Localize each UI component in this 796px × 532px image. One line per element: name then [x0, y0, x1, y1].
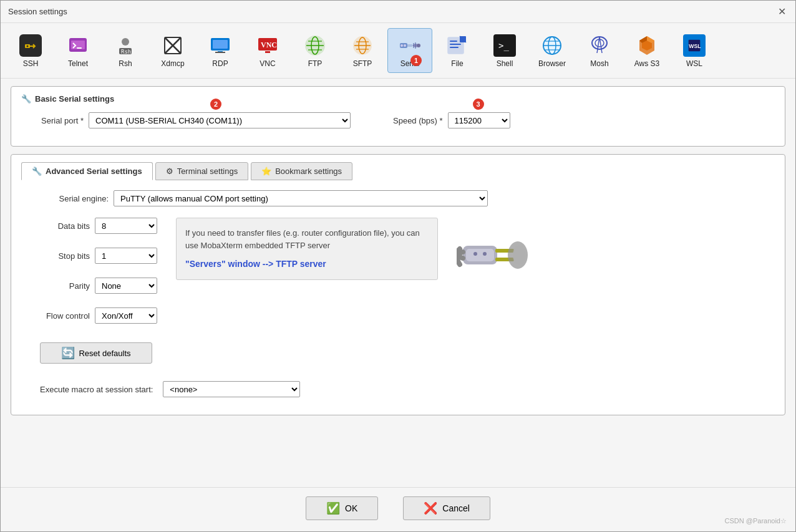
shell-label: Shell: [497, 59, 513, 68]
toolbar-item-serial[interactable]: Serial 1: [387, 28, 432, 73]
toolbar-item-rsh[interactable]: Rsh Rsh: [103, 28, 148, 73]
svg-rect-36: [450, 41, 457, 42]
file-label: File: [451, 59, 463, 68]
toolbar-item-awss3[interactable]: Aws S3: [624, 28, 669, 73]
browser-label: Browser: [538, 59, 566, 68]
tab-advanced-serial[interactable]: 🔧 Advanced Serial settings: [21, 162, 153, 180]
serial-port-row: Serial port * COM11 (USB-SERIAL CH340 (C…: [21, 112, 775, 128]
svg-point-31: [404, 44, 406, 47]
awss3-icon: [636, 34, 658, 57]
dialog-title: Session settings: [8, 7, 67, 16]
ssh-label: SSH: [23, 59, 39, 68]
toolbar-item-rdp[interactable]: RDP: [198, 28, 243, 73]
session-settings-dialog: Session settings ✕ SSH Telnet Rsh Rsh: [0, 0, 796, 532]
ssh-icon: [19, 34, 42, 57]
serial-plug-illustration: [457, 218, 531, 293]
rsh-icon: Rsh: [114, 34, 137, 57]
vnc-label: VNC: [260, 59, 275, 68]
svg-point-5: [122, 38, 129, 46]
cancel-button[interactable]: ❌ Cancel: [403, 496, 490, 520]
ok-icon: ✅: [326, 501, 340, 515]
svg-rect-37: [450, 44, 461, 45]
advanced-form-body: Data bits 8765 Stop bits 11.52 Parity: [40, 218, 775, 371]
speed-select[interactable]: 115200 9600 57600 230400: [448, 112, 510, 128]
toolbar-item-file[interactable]: File: [435, 28, 480, 73]
svg-rect-12: [213, 40, 228, 49]
svg-point-62: [513, 245, 525, 265]
title-bar: Session settings ✕: [1, 1, 795, 23]
tab-bookmark[interactable]: ⭐ Bookmark settings: [251, 162, 352, 180]
svg-point-63: [473, 252, 477, 256]
stop-bits-row: Stop bits 11.52: [40, 248, 157, 264]
badge-2: 2: [210, 99, 221, 110]
data-bits-select[interactable]: 8765: [95, 218, 157, 234]
advanced-right-column: If you need to transfer files (e.g. rout…: [176, 218, 775, 371]
reset-row: 🔄 Reset defaults: [40, 342, 157, 364]
tab-bar: 🔧 Advanced Serial settings ⚙ Terminal se…: [21, 162, 775, 180]
flow-control-row: Flow control Xon/XoffNoneRTS/CTSDSR/DTR: [40, 307, 157, 324]
toolbar-item-mosh[interactable]: Mosh: [577, 28, 622, 73]
tftp-link[interactable]: "Servers" window --> TFTP server: [185, 258, 429, 271]
parity-label: Parity: [40, 281, 90, 291]
bookmark-tab-icon: ⭐: [261, 167, 271, 176]
watermark: CSDN @Paranoid☆: [725, 517, 787, 525]
ftp-icon: [304, 34, 326, 57]
footer-bar: ✅ OK ❌ Cancel: [1, 487, 795, 531]
toolbar-item-sftp[interactable]: SFTP: [340, 28, 385, 73]
xdmcp-icon: [162, 34, 184, 57]
sftp-icon: [351, 34, 374, 57]
awss3-label: Aws S3: [634, 59, 659, 68]
shell-icon: >_: [493, 34, 516, 57]
ftp-label: FTP: [308, 59, 323, 68]
icon-toolbar: SSH Telnet Rsh Rsh Xdmcp: [1, 23, 795, 79]
wsl-label: WSL: [686, 59, 702, 68]
toolbar-item-shell[interactable]: >_ Shell: [482, 28, 527, 73]
cancel-icon: ❌: [424, 501, 437, 515]
engine-select[interactable]: PuTTY (allows manual COM port setting): [114, 190, 488, 206]
stop-bits-select[interactable]: 11.52: [95, 248, 157, 264]
toolbar-item-vnc[interactable]: VNC VNC: [245, 28, 290, 73]
toolbar-item-xdmcp[interactable]: Xdmcp: [150, 28, 195, 73]
toolbar-item-ssh[interactable]: SSH: [8, 28, 53, 73]
vnc-icon: VNC: [256, 34, 279, 57]
parity-select[interactable]: NoneOddEvenMarkSpace: [95, 278, 157, 294]
svg-text:WSL: WSL: [689, 43, 701, 49]
svg-point-30: [400, 44, 403, 47]
serial-port-select[interactable]: COM11 (USB-SERIAL CH340 (COM11)): [89, 112, 351, 128]
badge-3: 3: [473, 99, 484, 110]
file-icon: [446, 34, 468, 57]
rdp-label: RDP: [212, 59, 228, 68]
rdp-icon: [209, 34, 231, 57]
toolbar-item-wsl[interactable]: WSL WSL: [672, 28, 717, 73]
svg-text:>_: >_: [498, 41, 509, 51]
svg-rect-58: [466, 249, 494, 261]
svg-rect-29: [407, 44, 412, 47]
macro-select[interactable]: <none>: [163, 381, 300, 397]
svg-point-1: [27, 46, 29, 47]
flow-control-select[interactable]: Xon/XoffNoneRTS/CTSDSR/DTR: [95, 307, 157, 324]
svg-text:Rsh: Rsh: [121, 49, 131, 55]
tab-terminal[interactable]: ⚙ Terminal settings: [155, 162, 249, 180]
svg-rect-4: [77, 47, 82, 49]
serial-port-label: Serial port *: [21, 116, 84, 125]
xdmcp-label: Xdmcp: [161, 59, 184, 68]
basic-serial-title: 🔧 Basic Serial settings: [21, 94, 775, 104]
advanced-right-inner: If you need to transfer files (e.g. rout…: [176, 218, 531, 293]
reset-icon: 🔄: [61, 346, 75, 360]
serial-badge: 1: [410, 55, 422, 66]
speed-label: Speed (bps) *: [393, 116, 443, 125]
close-button[interactable]: ✕: [775, 6, 788, 18]
toolbar-item-ftp[interactable]: FTP: [293, 28, 337, 73]
telnet-icon: [67, 34, 89, 57]
reset-defaults-button[interactable]: 🔄 Reset defaults: [40, 342, 152, 364]
engine-row: Serial engine: PuTTY (allows manual COM …: [40, 190, 775, 206]
toolbar-item-telnet[interactable]: Telnet: [56, 28, 100, 73]
parity-row: Parity NoneOddEvenMarkSpace: [40, 278, 157, 294]
serial-icon: [399, 34, 421, 57]
advanced-left-column: Data bits 8765 Stop bits 11.52 Parity: [40, 218, 157, 371]
main-content: 🔧 Basic Serial settings Serial port * CO…: [1, 79, 795, 487]
toolbar-item-browser[interactable]: Browser: [530, 28, 575, 73]
flow-control-label: Flow control: [40, 311, 90, 321]
ok-button[interactable]: ✅ OK: [306, 496, 378, 520]
advanced-serial-panel: 🔧 Advanced Serial settings ⚙ Terminal se…: [11, 154, 785, 415]
